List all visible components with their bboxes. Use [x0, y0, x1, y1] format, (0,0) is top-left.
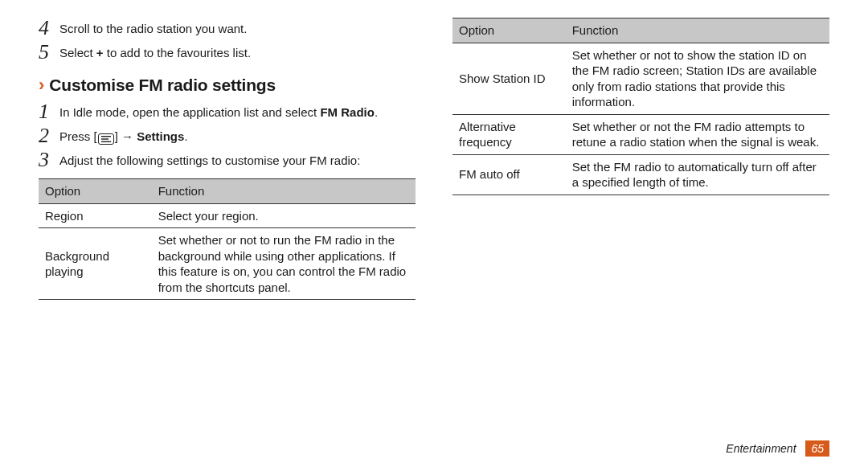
col-option: Option — [39, 179, 152, 204]
step-1: 1 In Idle mode, open the application lis… — [39, 101, 416, 122]
section-title: Customise FM radio settings — [49, 76, 276, 95]
table-row: Background playing Set whether or not to… — [39, 228, 416, 300]
step-number: 5 — [39, 42, 59, 63]
text-before: In Idle mode, open the application list … — [59, 105, 320, 119]
step-text: In Idle mode, open the application list … — [59, 101, 378, 121]
text-before: Press [ — [59, 129, 97, 143]
step-3: 3 Adjust the following settings to custo… — [39, 149, 416, 170]
table-header-row: Option Function — [452, 18, 829, 43]
section-heading: › Customise FM radio settings — [39, 76, 416, 95]
col-function: Function — [566, 18, 829, 43]
cell-option: Background playing — [39, 228, 152, 300]
text-bold: Settings — [137, 129, 184, 143]
step-5: 5 Select + to add to the favourites list… — [39, 42, 416, 63]
col-function: Function — [152, 179, 416, 204]
step-text: Adjust the following settings to customi… — [59, 149, 360, 169]
text-bold: FM Radio — [320, 105, 375, 119]
right-column: Option Function Show Station ID Set whet… — [452, 18, 829, 300]
svg-rect-1 — [101, 138, 108, 139]
svg-rect-2 — [101, 141, 111, 142]
plus-symbol: + — [96, 46, 104, 59]
table-header-row: Option Function — [39, 179, 416, 204]
text-suffix: to add to the favourites list. — [104, 46, 251, 59]
text-after: . — [375, 105, 378, 119]
text-after: . — [184, 129, 187, 143]
step-text: Scroll to the radio station you want. — [59, 18, 247, 37]
step-number: 4 — [39, 18, 59, 39]
chevron-icon: › — [39, 76, 44, 94]
step-number: 3 — [39, 149, 59, 170]
step-text: Select + to add to the favourites list. — [59, 42, 251, 61]
cell-option: Alternative frequency — [452, 114, 566, 154]
settings-table-right: Option Function Show Station ID Set whet… — [452, 18, 829, 195]
settings-table-left: Option Function Region Select your regio… — [39, 178, 416, 300]
step-4: 4 Scroll to the radio station you want. — [39, 18, 416, 39]
cell-function: Set the FM radio to automatically turn o… — [566, 154, 829, 195]
cell-option: FM auto off — [452, 154, 566, 195]
table-row: Region Select your region. — [39, 203, 416, 228]
prev-steps-list: 4 Scroll to the radio station you want. … — [39, 18, 416, 63]
table-row: Alternative frequency Set whether or not… — [452, 114, 829, 154]
cell-function: Set whether or not to run the FM radio i… — [152, 228, 416, 300]
table-row: Show Station ID Set whether or not to sh… — [452, 43, 829, 114]
text-mid: ] → — [115, 129, 137, 143]
menu-icon — [98, 133, 114, 145]
cell-function: Set whether or not the FM radio attempts… — [566, 114, 829, 154]
table-row: FM auto off Set the FM radio to automati… — [452, 154, 829, 195]
text-prefix: Select — [59, 46, 96, 59]
step-number: 2 — [39, 125, 59, 146]
step-text: Press [] → Settings. — [59, 125, 188, 145]
page-number: 65 — [805, 440, 829, 457]
step-2: 2 Press [] → Settings. — [39, 125, 416, 146]
step-number: 1 — [39, 101, 59, 122]
cell-function: Select your region. — [152, 203, 416, 228]
section-steps-list: 1 In Idle mode, open the application lis… — [39, 101, 416, 170]
cell-function: Set whether or not to show the station I… — [566, 43, 829, 114]
col-option: Option — [452, 18, 566, 43]
svg-rect-0 — [101, 136, 111, 137]
cell-option: Region — [39, 203, 152, 228]
cell-option: Show Station ID — [452, 43, 566, 114]
page-footer: Entertainment 65 — [726, 440, 829, 457]
footer-section: Entertainment — [726, 442, 796, 455]
left-column: 4 Scroll to the radio station you want. … — [39, 18, 416, 300]
